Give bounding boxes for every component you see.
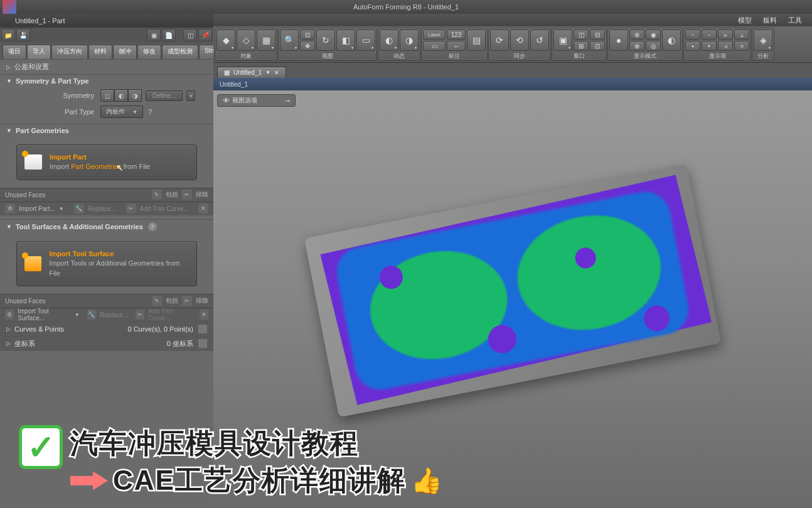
tab-formcheck[interactable]: 成型检测	[162, 45, 198, 59]
doc-tab-untitled[interactable]: ▦ Untitled_1 ▼ ✕	[217, 67, 286, 78]
close-tab-icon[interactable]: ✕	[274, 70, 279, 76]
ribbon-item-2-icon[interactable]: ▪	[685, 41, 700, 51]
import-part-actions: ⚙ Import Part...▼ 🔧 Replace... ✂ Add Tri…	[0, 202, 213, 215]
ribbon-object-1-icon[interactable]: ◆▾	[216, 30, 235, 51]
sidebar-tool-folder-icon[interactable]: 📁	[1, 29, 15, 41]
eraser-icon[interactable]: ✂	[182, 190, 192, 200]
section-part-geom[interactable]: ▼ Part Geometries	[0, 124, 213, 137]
import-part-button[interactable]: Import Part Import Part Geometries from …	[16, 144, 197, 180]
ribbon-label-icon[interactable]: Label	[423, 30, 446, 40]
tab-import[interactable]: 导入	[27, 45, 51, 59]
brush-icon[interactable]: ✎	[152, 190, 162, 200]
app-title: AutoForm Forming R8 - Untitled_1	[353, 3, 459, 11]
ribbon-view-top-icon[interactable]: ▭▾	[356, 30, 375, 51]
sidebar-header: Untitled_1 - Part	[0, 14, 213, 28]
ribbon-view-rotate-icon[interactable]: ↻	[316, 30, 335, 51]
ribbon-dyn-1-icon[interactable]: ◐▾	[380, 30, 398, 51]
symmetry-none-icon[interactable]: ◻	[100, 89, 114, 102]
ribbon-dim-icon[interactable]: ↔	[447, 41, 466, 51]
sidebar-tool-pin-icon[interactable]: 📌	[198, 29, 212, 41]
sidebar-tool-link-icon[interactable]: ◫	[183, 29, 197, 41]
ribbon-annotate-3-icon[interactable]: ▤	[467, 30, 486, 51]
chevron-down-icon: ▼	[6, 127, 12, 134]
ribbon-disp-5-icon[interactable]: ◎	[646, 41, 661, 51]
tab-stamping-dir[interactable]: 冲压方向	[51, 45, 88, 59]
tab-project[interactable]: 项目	[3, 45, 26, 59]
row-tolerance[interactable]: ▷ 公差和设置	[0, 59, 213, 74]
ribbon-disp-shade-icon[interactable]: ●	[609, 30, 628, 51]
help-icon[interactable]: ?	[148, 222, 157, 231]
ribbon-item-6-icon[interactable]: ◃	[718, 41, 733, 51]
ribbon-sync-2-icon[interactable]: ⟲	[510, 30, 529, 51]
overlay-line2: CAE工艺分析详细讲解 👍	[70, 462, 444, 499]
tutorial-overlay: ✓ 汽车冲压模具设计教程 CAE工艺分析详细讲解 👍	[19, 425, 444, 499]
ribbon-box-icon[interactable]: ▭	[423, 41, 446, 51]
checkbox-icon[interactable]	[198, 339, 207, 348]
section-symmetry[interactable]: ▼ Symmetry & Part Type	[0, 74, 213, 87]
tab-material[interactable]: 材料	[88, 45, 112, 59]
ribbon-sync-1-icon[interactable]: ⟳	[490, 30, 509, 51]
section-tool-surfaces[interactable]: ▼ Tool Surfaces & Additional Geometries …	[0, 219, 213, 234]
ribbon-win-2-icon[interactable]: ◫	[574, 30, 589, 40]
ribbon-view-zoom-icon[interactable]: 🔍▾	[280, 30, 299, 51]
ribbon-disp-hidden-icon[interactable]: ⊗	[629, 41, 644, 51]
chevron-down-icon: ▼	[132, 109, 137, 115]
ribbon-num-icon[interactable]: 123	[447, 30, 466, 40]
sidebar-tool-save-icon[interactable]: 💾	[16, 29, 30, 41]
gear-icon: ⚙	[5, 203, 15, 213]
close-icon[interactable]: ✕	[198, 203, 208, 213]
ribbon-dyn-2-icon[interactable]: ◑▾	[400, 30, 419, 51]
checkbox-icon[interactable]	[198, 325, 207, 333]
ribbon-win-5-icon[interactable]: ⊡	[590, 41, 605, 51]
ribbon-item-3-icon[interactable]: ◦	[702, 30, 717, 40]
help-icon[interactable]: ?	[148, 108, 152, 116]
chevron-down-icon[interactable]: ▼	[265, 70, 270, 75]
ribbon-win-1-icon[interactable]: ▣▾	[553, 30, 572, 51]
brush-icon[interactable]: ✎	[152, 296, 162, 306]
import-file-icon	[24, 154, 42, 170]
symmetry-full-icon[interactable]: ◑	[128, 89, 142, 102]
ribbon-item-8-icon[interactable]: ▿	[734, 41, 749, 51]
overlay-line1: 汽车冲压模具设计教程	[70, 425, 444, 462]
ribbon-item-4-icon[interactable]: •	[702, 41, 717, 51]
grid-icon: ▦	[224, 69, 230, 76]
define-button[interactable]: Define...	[146, 90, 183, 101]
document-tabs: ▦ Untitled_1 ▼ ✕	[213, 63, 812, 78]
menu-tools[interactable]: 工具	[783, 14, 807, 26]
ribbon-analysis-icon[interactable]: ◈▾	[754, 30, 772, 51]
ribbon-item-7-icon[interactable]: ▵	[734, 30, 749, 40]
ribbon-win-3-icon[interactable]: ⊞	[574, 41, 589, 51]
ribbon-view-pan-icon[interactable]: ✥	[300, 41, 315, 51]
ribbon-item-1-icon[interactable]: ▫	[685, 30, 700, 40]
eraser-icon[interactable]: ✂	[182, 296, 192, 306]
tab-modify[interactable]: 修改	[137, 45, 161, 59]
close-icon[interactable]: ✕	[200, 310, 208, 320]
ribbon-disp-4-icon[interactable]: ◉	[646, 30, 661, 40]
import-tool-button[interactable]: Import Tool Surface Import Tools or Addi…	[16, 241, 197, 286]
row-coord-sys[interactable]: ▷ 坐标系 0 坐标系	[0, 336, 213, 351]
ribbon-item-5-icon[interactable]: ▹	[718, 30, 733, 40]
symmetry-half-icon[interactable]: ◐	[114, 89, 128, 102]
ribbon-win-4-icon[interactable]: ⊟	[590, 30, 605, 40]
ribbon-disp-6-icon[interactable]: ◐	[662, 30, 681, 51]
ribbon-view-fit-icon[interactable]: ⊡	[300, 30, 315, 40]
ribbon-sync-3-icon[interactable]: ↺	[530, 30, 549, 51]
menu-model[interactable]: 模型	[733, 14, 757, 26]
view-options-toolbar[interactable]: 👁 视图选项 ⊸	[217, 94, 296, 107]
parttype-select[interactable]: 内板件 ▼	[100, 105, 143, 118]
row-curves-points[interactable]: ▷ Curves & Points 0 Curve(s), 0 Point(s)	[0, 322, 213, 336]
sidebar-tool-calc-icon[interactable]: ▣	[147, 29, 161, 41]
pin-icon[interactable]: ⊸	[285, 97, 290, 104]
symmetry-dropdown-icon[interactable]: ▾	[186, 90, 195, 101]
ribbon-group-dynamic: ◐▾ ◑▾ 动态	[378, 28, 420, 61]
sidebar-tool-report-icon[interactable]: 📄	[162, 29, 176, 41]
menu-blank[interactable]: 板料	[758, 14, 782, 26]
sidebar-toolbar: 📁 💾 ▣ 📄 ◫ 📌	[0, 28, 213, 43]
ribbon-object-2-icon[interactable]: ◇▾	[237, 30, 255, 51]
import-part-title: Import Part	[50, 153, 87, 161]
ribbon-disp-wire-icon[interactable]: ⊕	[629, 30, 644, 40]
part-model[interactable]	[304, 165, 721, 418]
ribbon-object-3-icon[interactable]: ▦▾	[257, 30, 275, 51]
ribbon-view-cube-icon[interactable]: ◧▾	[336, 30, 355, 51]
tab-side[interactable]: 侧冲	[113, 45, 137, 59]
